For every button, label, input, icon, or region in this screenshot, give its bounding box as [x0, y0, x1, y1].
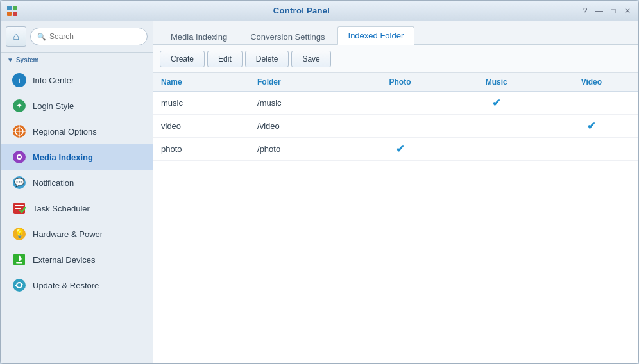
sidebar-item-info-center[interactable]: i Info Center [1, 67, 153, 93]
cell-video [545, 92, 638, 115]
sidebar-label-info-center: Info Center [33, 76, 74, 85]
cell-name: photo [153, 138, 250, 161]
home-button[interactable]: ⌂ [6, 26, 26, 47]
task-scheduler-icon [12, 201, 26, 215]
window-title: Control Panel [24, 6, 579, 15]
cell-music [448, 115, 545, 138]
col-video[interactable]: Video [545, 73, 638, 92]
col-name[interactable]: Name [153, 73, 250, 92]
svg-rect-19 [15, 208, 21, 209]
sidebar-item-update-restore[interactable]: Update & Restore [1, 272, 153, 298]
create-button[interactable]: Create [160, 51, 205, 67]
cell-photo: ✔ [352, 138, 448, 161]
sidebar-item-login-style[interactable]: ✦ Login Style [1, 93, 153, 119]
cell-music [448, 138, 545, 161]
cell-photo [352, 115, 448, 138]
cell-name: video [153, 115, 250, 138]
sidebar-label-external-devices: External Devices [33, 255, 96, 265]
app-icon [6, 4, 19, 17]
toolbar: Create Edit Delete Save [153, 46, 638, 73]
sidebar-top: ⌂ 🔍 [1, 21, 153, 53]
cell-folder: /video [250, 115, 352, 138]
check-video: ✔ [587, 120, 595, 131]
cell-video: ✔ [545, 115, 638, 138]
sidebar-item-hardware-power[interactable]: 💡 Hardware & Power [1, 221, 153, 247]
content-area: ⌂ 🔍 ▼ System i Info Center ✦ [1, 21, 638, 363]
sidebar-item-task-scheduler[interactable]: Task Scheduler [1, 195, 153, 221]
svg-point-14 [18, 156, 21, 158]
close-button[interactable]: ✕ [622, 5, 633, 17]
svg-rect-0 [7, 6, 12, 10]
sidebar-label-notification: Notification [33, 178, 74, 188]
table-row[interactable]: music/music✔ [153, 92, 638, 115]
sidebar-label-update-restore: Update & Restore [33, 281, 99, 290]
cell-video [545, 138, 638, 161]
sidebar: ⌂ 🔍 ▼ System i Info Center ✦ [1, 21, 153, 363]
svg-text:💡: 💡 [14, 228, 26, 239]
collapse-icon: ▼ [7, 56, 13, 63]
notification-icon: 💬 [12, 176, 26, 190]
svg-rect-1 [13, 6, 17, 10]
update-restore-icon [12, 278, 26, 292]
cell-folder: /music [250, 92, 352, 115]
media-indexing-icon [12, 150, 26, 164]
sidebar-item-media-indexing[interactable]: Media Indexing [1, 144, 153, 170]
cell-name: music [153, 92, 250, 115]
col-photo[interactable]: Photo [352, 73, 448, 92]
sidebar-label-media-indexing: Media Indexing [33, 153, 93, 162]
sidebar-item-external-devices[interactable]: External Devices [1, 247, 153, 272]
svg-rect-24 [16, 262, 22, 264]
table-row[interactable]: photo/photo✔ [153, 138, 638, 161]
sidebar-label-task-scheduler: Task Scheduler [33, 204, 90, 213]
main-panel: Media Indexing Conversion Settings Index… [153, 21, 638, 363]
hardware-power-icon: 💡 [12, 227, 26, 241]
edit-button[interactable]: Edit [207, 51, 243, 67]
sidebar-item-regional-options[interactable]: Regional Options [1, 119, 153, 144]
cell-photo [352, 92, 448, 115]
svg-rect-18 [15, 205, 24, 206]
external-devices-icon [12, 252, 26, 267]
regional-options-icon [12, 124, 26, 138]
check-photo: ✔ [396, 144, 404, 154]
sidebar-label-regional-options: Regional Options [33, 127, 97, 136]
col-music[interactable]: Music [448, 73, 545, 92]
col-folder[interactable]: Folder [250, 73, 352, 92]
save-button[interactable]: Save [291, 51, 330, 67]
search-icon: 🔍 [37, 33, 46, 41]
window: Control Panel ? — □ ✕ ⌂ 🔍 ▼ System [0, 0, 639, 364]
svg-text:💬: 💬 [14, 177, 25, 188]
indexed-folder-table: Name Folder Photo Music Video music/musi… [153, 73, 638, 363]
search-box[interactable]: 🔍 [30, 28, 148, 46]
window-controls: ? — □ ✕ [579, 5, 633, 17]
sidebar-label-hardware-power: Hardware & Power [33, 229, 103, 239]
cell-folder: /photo [250, 138, 352, 161]
tab-media-indexing[interactable]: Media Indexing [160, 28, 238, 46]
login-style-icon: ✦ [12, 99, 26, 113]
section-header-system[interactable]: ▼ System [1, 53, 153, 67]
info-center-icon: i [12, 73, 26, 87]
tab-indexed-folder[interactable]: Indexed Folder [337, 26, 415, 46]
tab-conversion-settings[interactable]: Conversion Settings [239, 28, 336, 46]
search-input[interactable] [49, 32, 141, 41]
minimize-button[interactable]: — [593, 5, 605, 17]
svg-text:✦: ✦ [16, 101, 22, 110]
delete-button[interactable]: Delete [245, 51, 289, 67]
check-music: ✔ [492, 97, 500, 108]
help-button[interactable]: ? [579, 5, 591, 17]
table-row[interactable]: video/video✔ [153, 115, 638, 138]
sidebar-item-notification[interactable]: 💬 Notification [1, 170, 153, 195]
svg-rect-2 [7, 12, 12, 16]
svg-rect-3 [13, 12, 17, 16]
titlebar: Control Panel ? — □ ✕ [1, 1, 638, 21]
svg-text:i: i [18, 76, 20, 84]
sidebar-label-login-style: Login Style [33, 101, 74, 111]
section-label: System [16, 56, 39, 63]
tab-bar: Media Indexing Conversion Settings Index… [153, 21, 638, 46]
maximize-button[interactable]: □ [608, 5, 619, 17]
cell-music: ✔ [448, 92, 545, 115]
